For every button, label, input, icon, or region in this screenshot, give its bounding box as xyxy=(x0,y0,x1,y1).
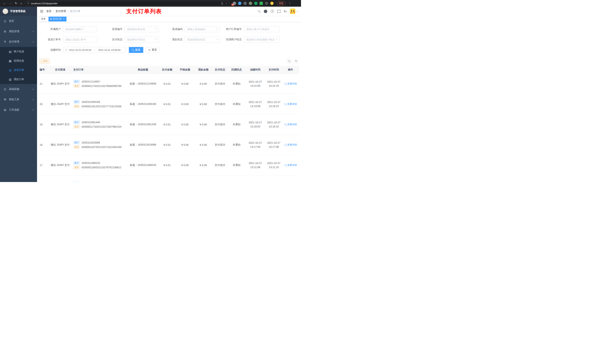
filter-app-id: 应用编号 xyxy=(97,26,159,32)
extension-blue-icon[interactable] xyxy=(238,2,241,5)
filter-row-2: 渠道订单号 支付状态 退款状态 回调商户状态 xyxy=(39,37,299,42)
browser-menu-icon[interactable]: ⋮ xyxy=(288,2,291,5)
channel-order-no-input[interactable] xyxy=(63,37,97,42)
clock-icon xyxy=(65,49,68,51)
extension-olive-icon[interactable] xyxy=(249,2,252,5)
back-icon[interactable]: ← xyxy=(3,2,6,5)
forward-icon[interactable]: → xyxy=(9,2,12,5)
extension-green-square-icon[interactable] xyxy=(259,2,263,5)
refresh-icon: ↻ xyxy=(295,60,297,62)
sidebar-item-system[interactable]: ⚙ 系统管理 xyxy=(0,26,37,37)
breadcrumb: 首页 / 支付管理 / 支付订单 xyxy=(46,10,80,13)
payment-submenu: ▤ 商户信息 ▦ 应用信息 ◎ 支付订单 ▥ 退款订单 xyxy=(0,47,37,84)
tab-pay-order[interactable]: 支付订单 × xyxy=(49,17,66,21)
view-detail-link[interactable]: 查看详情 xyxy=(284,82,297,85)
gear-icon: ⚙ xyxy=(3,30,7,33)
tools-icon: ⚒ xyxy=(3,98,7,101)
reset-button[interactable]: ↻ 重置 xyxy=(146,47,160,53)
pay-tag: 支付 xyxy=(73,104,80,108)
toggle-search-button[interactable] xyxy=(287,58,292,64)
sidebar-item-payment[interactable]: ¥ 支付管理 xyxy=(0,37,37,47)
site-info-icon[interactable]: ⓘ xyxy=(27,2,29,5)
reload-icon[interactable]: ↻ xyxy=(15,2,17,5)
tab-home[interactable]: 首页 xyxy=(39,17,47,21)
sidebar-item-infra[interactable]: ⊡ 基础设施 xyxy=(0,84,37,94)
sidebar-item-refund-order[interactable]: ▥ 退款订单 xyxy=(0,75,37,84)
active-dot xyxy=(50,18,52,20)
merchant-tag: 商户 xyxy=(73,141,80,145)
sidebar-item-merchant-info[interactable]: ▤ 商户信息 xyxy=(0,47,37,56)
navbar: 首页 / 支付管理 / 支付订单 支付订单列表 ? TT xyxy=(37,7,301,16)
refresh-table-button[interactable]: ↻ xyxy=(294,58,299,64)
table-row-partial: 商户1635311157 支付 xyxy=(39,175,299,182)
share-icon[interactable] xyxy=(221,2,224,5)
chevron-up-icon xyxy=(32,41,34,43)
sidebar-item-devtools[interactable]: ⚒ 研发工具 xyxy=(0,94,37,105)
pay-tag: 支付 xyxy=(73,145,80,149)
extension-emoji-icon[interactable] xyxy=(270,2,274,5)
workflow-icon: ⊞ xyxy=(3,108,7,112)
pay-tag: 支付 xyxy=(73,166,80,169)
address-bar[interactable]: ⓘ localhost:1024/pay/order ☆ xyxy=(25,1,230,6)
browser-update-button[interactable]: 更新 xyxy=(277,1,285,5)
filter-channel-order-no: 渠道订单号 xyxy=(39,37,97,42)
search-icon xyxy=(284,83,287,85)
merchant-card-icon: ▤ xyxy=(9,50,12,53)
extensions-area: 10 xyxy=(233,2,274,5)
sidebar-item-pay-order[interactable]: ◎ 支付订单 xyxy=(0,65,37,75)
chevron-down-icon xyxy=(32,30,34,32)
export-button[interactable]: ↓ 导出 xyxy=(39,58,50,64)
home-icon[interactable]: ⌂ xyxy=(20,2,22,5)
user-menu[interactable] xyxy=(290,9,298,14)
refund-status-select[interactable] xyxy=(185,37,220,42)
table-header-row: 编号 支付渠道 支付订单 商品标题 支付金额 手续金额 退款金额 支付状态 回调… xyxy=(39,66,299,74)
app-id-select[interactable] xyxy=(125,26,159,32)
date-range-input[interactable]: 2021-10-01 00:00:00 - 2021-10-31 23:59:5… xyxy=(63,47,126,53)
view-detail-link[interactable]: 查看详情 xyxy=(284,123,297,126)
merchant-tag: 商户 xyxy=(73,161,80,165)
merchant-input[interactable] xyxy=(63,26,97,32)
sidebar-item-app-info[interactable]: ▦ 应用信息 xyxy=(0,56,37,65)
browser-toolbar: ← → ↻ ⌂ ⓘ localhost:1024/pay/order ☆ 10 … xyxy=(0,0,301,7)
filter-notify-status: 回调商户状态 xyxy=(220,37,280,42)
channel-code-select[interactable] xyxy=(185,26,220,32)
extension-green-circle-icon[interactable] xyxy=(254,2,258,5)
notify-status-select[interactable] xyxy=(244,37,280,42)
filter-row-3: 创建时间 2021-10-01 00:00:00 - 2021-10-31 23… xyxy=(39,47,299,53)
search-icon[interactable] xyxy=(258,10,260,13)
sidebar-item-home[interactable]: ◷ 首页 xyxy=(0,16,37,26)
logo-avatar xyxy=(3,9,8,14)
help-icon[interactable]: ? xyxy=(271,10,274,13)
sidebar-toggle-icon[interactable] xyxy=(40,10,43,13)
bookmark-star-icon[interactable]: ☆ xyxy=(225,2,227,5)
extension-gray-icon[interactable] xyxy=(243,2,247,5)
merchant-tag: 商户 xyxy=(73,100,80,104)
sidebar: 芋道管理系统 ◷ 首页 ⚙ 系统管理 ¥ 支付管理 ▤ 商户信息 ▦ 应用信息 xyxy=(0,7,37,182)
avatar[interactable] xyxy=(290,9,295,14)
filter-merchant-order-no: 商户订单编号 xyxy=(220,26,280,32)
sidebar-item-workflow[interactable]: ⊞ 工作流程 xyxy=(0,105,37,115)
pay-status-select[interactable] xyxy=(125,37,159,42)
chevron-down-icon xyxy=(32,88,34,90)
search-icon xyxy=(284,144,287,146)
search-icon xyxy=(284,164,287,166)
view-detail-link[interactable]: 查看详情 xyxy=(284,103,297,106)
filter-merchant: 所属商户 xyxy=(39,26,97,32)
font-size-icon[interactable]: TT xyxy=(284,10,287,13)
breadcrumb-home[interactable]: 首页 xyxy=(46,10,52,13)
close-icon[interactable]: × xyxy=(63,18,64,20)
download-icon: ↓ xyxy=(41,60,42,62)
extension-puzzle-icon[interactable]: 10 xyxy=(233,2,236,5)
chevron-down-icon xyxy=(32,109,34,111)
github-icon[interactable] xyxy=(264,10,267,13)
filter-refund-status: 退款状态 xyxy=(159,37,220,42)
table-row: 21 微信 JSAPI 支付 商户1635312124657 支付4200001… xyxy=(39,74,299,94)
search-button[interactable]: 搜索 xyxy=(129,47,143,53)
view-detail-link[interactable]: 查看详情 xyxy=(284,143,297,146)
extension-pin-icon[interactable] xyxy=(265,2,268,5)
view-detail-link[interactable]: 查看详情 xyxy=(284,164,297,167)
breadcrumb-payment[interactable]: 支付管理 xyxy=(55,10,66,13)
sidebar-logo[interactable]: 芋道管理系统 xyxy=(0,7,37,16)
merchant-order-no-input[interactable] xyxy=(244,26,280,32)
fullscreen-icon[interactable] xyxy=(277,10,280,13)
